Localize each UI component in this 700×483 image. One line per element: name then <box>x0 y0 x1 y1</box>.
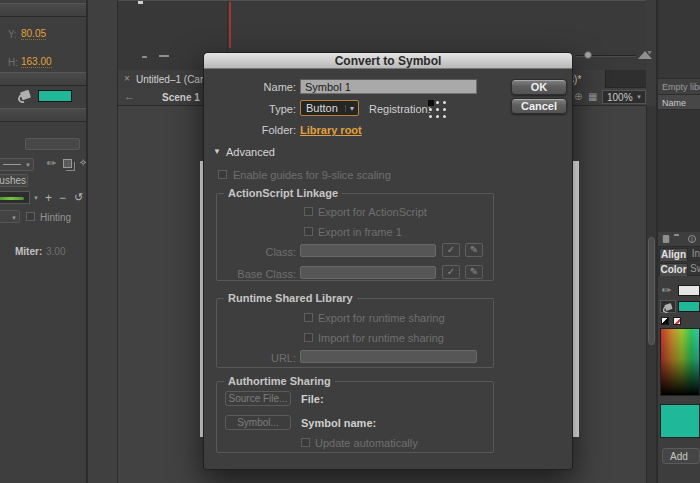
canvas-vscrollbar[interactable] <box>646 106 656 483</box>
miter-value[interactable]: 3.00 <box>46 246 65 257</box>
library-list[interactable] <box>658 110 700 232</box>
plus-icon[interactable]: + <box>45 192 52 204</box>
validate-class-button[interactable]: ✓ <box>442 243 460 257</box>
align-info-tab-row: Align In <box>658 247 700 261</box>
export-runtime-checkbox[interactable] <box>304 313 313 322</box>
chevron-down-icon: ▼ <box>11 215 17 221</box>
scrollbar-thumb[interactable] <box>648 237 655 345</box>
registration-grid[interactable] <box>427 99 448 120</box>
tab-swatches[interactable]: Sw <box>690 263 700 275</box>
symbol-button[interactable]: Symbol... <box>225 415 291 430</box>
registration-point[interactable] <box>441 106 448 113</box>
chevron-down-icon[interactable]: ▼ <box>33 195 39 201</box>
stroke-color-pencil-icon[interactable]: ✏ <box>662 285 671 296</box>
type-dropdown[interactable]: Button ▼ <box>300 100 359 116</box>
no-color-icon[interactable] <box>673 317 681 325</box>
edit-symbols-icon[interactable]: ▦ <box>588 92 597 102</box>
export-in-frame-checkbox[interactable] <box>304 227 313 236</box>
add-to-swatches-button[interactable]: Add <box>662 448 700 464</box>
copy-style-icon[interactable] <box>63 159 72 168</box>
minus-icon[interactable]: − <box>59 192 66 204</box>
base-class-field[interactable] <box>300 266 436 279</box>
runtime-shared-library-group: Runtime Shared Library Export for runtim… <box>216 298 494 368</box>
tab-align[interactable]: Align <box>659 248 688 261</box>
library-status-strip: Empty libra <box>658 78 700 94</box>
zoom-dropdown[interactable]: 100% ▼ <box>602 90 646 104</box>
registration-point[interactable] <box>441 113 448 120</box>
update-automatically-label: Update automatically <box>315 437 418 449</box>
scroll-down-icon[interactable]: ▼ <box>646 49 653 56</box>
properties-info-icon[interactable]: i <box>688 235 696 243</box>
tab-color[interactable]: Color <box>659 263 688 276</box>
tab-info[interactable]: In <box>690 248 700 260</box>
source-file-button[interactable]: Source File... <box>225 391 291 406</box>
registration-point[interactable] <box>441 99 448 106</box>
fill-color-button[interactable] <box>660 300 676 313</box>
base-class-label: Base Class: <box>217 268 296 280</box>
color-spectrum[interactable] <box>660 328 700 396</box>
timeline-marker[interactable] <box>138 1 143 4</box>
stroke-style-dropdown[interactable]: ▼ <box>0 158 34 171</box>
library-name-header[interactable]: Name <box>658 94 700 110</box>
section-header-strip[interactable] <box>0 3 88 17</box>
new-symbol-icon[interactable] <box>663 235 669 243</box>
name-input[interactable]: Symbol 1 <box>300 79 477 94</box>
cancel-button[interactable]: Cancel <box>511 98 567 114</box>
stroke-color-chip[interactable] <box>678 285 700 296</box>
playhead[interactable] <box>229 2 231 48</box>
advanced-disclosure-icon[interactable]: ▼ <box>213 148 221 156</box>
fill-color-swatch[interactable] <box>38 90 72 102</box>
edit-base-class-button[interactable]: ✎ <box>465 265 483 279</box>
chevron-down-icon: ▼ <box>636 94 645 100</box>
registration-point-selected[interactable] <box>427 99 434 106</box>
dialog-title-bar[interactable]: Convert to Symbol <box>204 53 572 69</box>
import-runtime-checkbox[interactable] <box>304 333 313 342</box>
black-white-swatch-icon[interactable] <box>661 317 669 325</box>
fill-color-chip[interactable] <box>678 301 700 312</box>
edit-scene-icon[interactable]: ⊕ <box>574 92 582 102</box>
edit-class-button[interactable]: ✎ <box>465 243 483 257</box>
file-label: File: <box>301 393 324 405</box>
url-field[interactable] <box>300 350 477 363</box>
hinting-checkbox[interactable] <box>26 212 35 221</box>
color-swatches-tab-row: Color Sw <box>658 261 700 276</box>
slider-knob[interactable] <box>584 51 592 59</box>
convert-to-symbol-dialog: Convert to Symbol Name: Symbol 1 OK Canc… <box>203 52 573 470</box>
registration-point[interactable] <box>434 106 441 113</box>
close-icon[interactable]: × <box>124 74 130 84</box>
advanced-toggle-label[interactable]: Advanced <box>226 146 275 158</box>
section-header-strip[interactable] <box>0 108 88 122</box>
class-field[interactable] <box>300 244 436 257</box>
export-for-actionscript-checkbox[interactable] <box>304 207 313 216</box>
registration-point[interactable] <box>427 106 434 113</box>
symbol-name-label: Symbol name: <box>301 417 376 429</box>
reset-icon[interactable]: ↺ <box>74 192 83 203</box>
scene-name[interactable]: Scene 1 <box>162 92 200 103</box>
brushes-button[interactable]: rushes <box>0 174 28 187</box>
current-color-preview <box>660 404 700 438</box>
nine-slice-checkbox[interactable] <box>218 170 227 179</box>
brush-preview-dropdown[interactable] <box>0 191 30 204</box>
folder-label: Folder: <box>226 124 296 136</box>
group-title: Runtime Shared Library <box>224 292 357 304</box>
url-label: URL: <box>217 352 296 364</box>
h-value[interactable]: 163.00 <box>21 56 52 68</box>
registration-point[interactable] <box>434 99 441 106</box>
ok-button[interactable]: OK <box>511 79 567 95</box>
registration-point[interactable] <box>434 113 441 120</box>
section-header-strip[interactable] <box>0 72 88 86</box>
y-value[interactable]: 80.05 <box>21 28 46 40</box>
chevron-down-icon: ▼ <box>25 162 31 168</box>
type-label: Type: <box>226 103 296 115</box>
cap-style-dropdown[interactable]: ▼ <box>0 210 20 223</box>
stroke-size-field[interactable] <box>25 138 80 150</box>
edit-stroke-pencil-icon[interactable]: ✏ <box>47 158 56 169</box>
registration-point[interactable] <box>427 113 434 120</box>
back-arrow-icon[interactable]: ← <box>124 91 135 102</box>
authortime-sharing-group: Authortime Sharing Source File... File: … <box>216 381 494 453</box>
folder-link[interactable]: Library root <box>300 124 362 136</box>
stage-edge-right[interactable] <box>573 161 579 437</box>
tools-panel: ➤ ✒ T ✎ ✏ ✐ ϒ ∿ ☛ ✏ <box>88 0 118 483</box>
validate-base-class-button[interactable]: ✓ <box>442 265 460 279</box>
update-automatically-checkbox[interactable] <box>301 438 310 447</box>
